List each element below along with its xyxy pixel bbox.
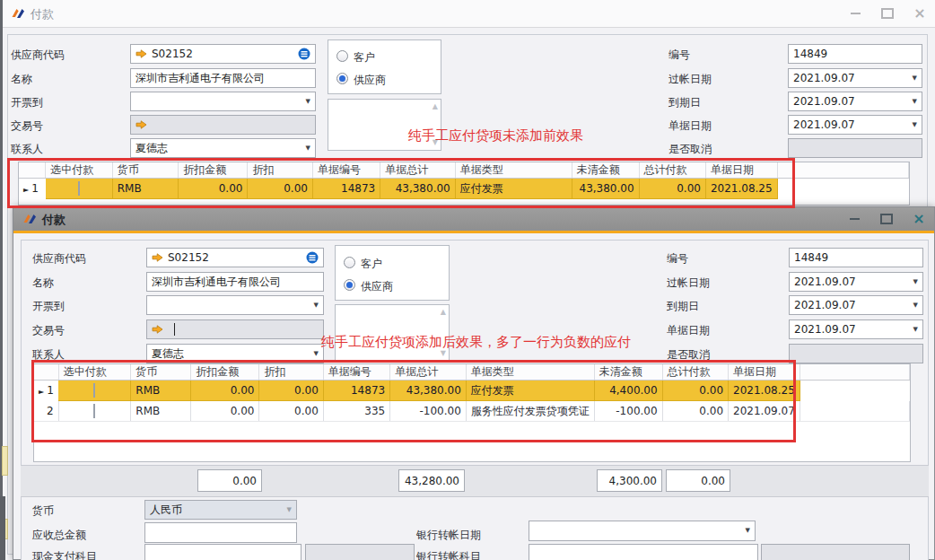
front-window-title: 付款: [42, 212, 66, 228]
totals-strip: [21, 465, 929, 497]
field-label: 编号: [668, 48, 690, 63]
customer-radio[interactable]: [336, 50, 348, 62]
supplier-code-field[interactable]: S02152: [146, 248, 324, 267]
supplier-code-field[interactable]: S02152: [130, 44, 316, 64]
supplier-radio[interactable]: [336, 73, 348, 84]
field-label: 过帐日期: [668, 72, 712, 87]
receivable-total-input[interactable]: [144, 522, 297, 543]
chevron-down-icon: ▼: [913, 99, 917, 105]
due-date-combo[interactable]: 2021.09.07 ▼: [789, 295, 923, 315]
cancelled-field: [788, 138, 922, 158]
total-discount-amount: 0.00: [197, 469, 262, 492]
supplier-name-field[interactable]: 深圳市吉利通电子有限公司: [130, 68, 316, 88]
currency-value: 人民币: [150, 503, 182, 518]
field-label: 供应商代码: [32, 251, 86, 267]
field-label: 是否取消: [668, 142, 712, 157]
front-titlebar: 付款 ×: [13, 207, 934, 231]
minimize-button[interactable]: [844, 210, 864, 228]
maximize-button[interactable]: [878, 4, 897, 22]
document-date-combo[interactable]: 2021.09.07 ▼: [788, 115, 922, 135]
active-accent-line: [13, 231, 934, 233]
document-date-combo[interactable]: 2021.09.07 ▼: [789, 319, 923, 339]
pay-checkbox[interactable]: [78, 181, 80, 196]
document-date-value: 2021.09.07: [794, 323, 856, 336]
due-date-combo[interactable]: 2021.09.07 ▼: [788, 92, 922, 111]
field-label: 是否取消: [667, 347, 710, 363]
doc-number-value: 14849: [793, 48, 827, 60]
contact-combo[interactable]: 夏德志 ▼: [146, 344, 324, 363]
field-label: 联系人: [32, 347, 65, 363]
close-button[interactable]: ×: [909, 210, 929, 228]
chevron-down-icon: ▼: [306, 145, 310, 152]
supplier-name-value: 深圳市吉利通电子有限公司: [135, 71, 265, 86]
supplier-name-value: 深圳市吉利通电子有限公司: [152, 275, 281, 290]
scroll-up-icon[interactable]: ▲: [433, 103, 438, 110]
link-arrow-icon[interactable]: [135, 49, 147, 58]
customer-radio-label: 客户: [354, 50, 375, 66]
field-label: 单据日期: [668, 118, 712, 134]
supplier-name-field[interactable]: 深圳市吉利通电子有限公司: [146, 272, 324, 292]
chevron-down-icon: ▼: [913, 327, 918, 333]
posting-date-combo[interactable]: 2021.09.07 ▼: [789, 272, 923, 292]
field-label: 到期日: [667, 299, 699, 314]
link-arrow-icon[interactable]: [135, 120, 147, 129]
row-number: 1: [31, 182, 39, 195]
posting-date-combo[interactable]: 2021.09.07 ▼: [788, 68, 922, 88]
table-row[interactable]: 2 RMB 0.00 0.00 335 -100.00 服务性应付发票贷项凭证 …: [34, 401, 910, 422]
supplier-radio-label: 供应商: [354, 73, 386, 88]
chevron-down-icon: ▼: [287, 507, 292, 513]
choose-from-list-icon[interactable]: [306, 251, 319, 264]
pay-checkbox[interactable]: [93, 383, 95, 398]
bank-transfer-date-combo[interactable]: ▼: [529, 521, 756, 541]
scroll-up-icon[interactable]: ▲: [441, 309, 446, 316]
annotation-before: 纯手工应付贷项未添加前效果: [408, 127, 583, 144]
bill-to-combo[interactable]: ▼: [146, 295, 324, 315]
maximize-button[interactable]: [877, 210, 896, 228]
field-label: 编号: [667, 251, 688, 267]
link-arrow-icon[interactable]: [152, 325, 163, 334]
party-radio-group: 客户 供应商: [335, 245, 450, 301]
field-label: 供应商代码: [11, 48, 65, 63]
contact-combo[interactable]: 夏德志 ▼: [130, 138, 316, 158]
total-payment: 0.00: [666, 469, 730, 492]
document-date-value: 2021.09.07: [793, 118, 855, 131]
posting-date-value: 2021.09.07: [794, 276, 856, 288]
payment-window-front: 付款 × 供应商代码 S02152 名称 深圳市吉利通电子有限公司 开票到 ▼ …: [13, 206, 935, 560]
bank-transfer-account-input[interactable]: [529, 544, 758, 560]
chevron-down-icon: ▼: [913, 75, 917, 82]
pay-checkbox[interactable]: [93, 404, 95, 418]
field-label: 交易号: [11, 118, 43, 134]
link-arrow-icon[interactable]: [152, 253, 163, 262]
cash-account-input[interactable]: [144, 544, 301, 560]
chevron-down-icon: ▼: [913, 122, 917, 128]
bank-transfer-account-name-field: [761, 544, 910, 560]
doc-number-field[interactable]: 14849: [789, 248, 923, 267]
close-button[interactable]: ×: [910, 4, 930, 22]
hidden-field-sliver: [2, 446, 8, 476]
field-label: 联系人: [11, 142, 43, 157]
choose-from-list-icon[interactable]: [298, 48, 310, 60]
supplier-code-value: S02152: [152, 48, 193, 60]
doc-number-field[interactable]: 14849: [788, 44, 922, 64]
posting-date-value: 2021.09.07: [793, 72, 855, 84]
app-icon: [11, 6, 26, 21]
bill-to-combo[interactable]: ▼: [130, 92, 316, 111]
annotation-after: 纯手工应付贷项添加后效果，多了一行为负数的应付: [321, 334, 631, 351]
cancelled-field: [789, 344, 923, 363]
cash-account-label: 现金支付科目: [32, 549, 97, 560]
minimize-button[interactable]: [845, 4, 865, 22]
party-radio-group: 客户 供应商: [328, 39, 441, 94]
bank-transfer-date-label: 银行转帐日期: [416, 528, 481, 543]
supplier-code-value: S02152: [168, 251, 209, 264]
table-row[interactable]: ►1 RMB 0.00 0.00 14873 43,380.00 应付发票 4,…: [34, 381, 910, 401]
chevron-down-icon: ▼: [746, 528, 750, 534]
customer-radio[interactable]: [344, 257, 355, 268]
contact-value: 夏德志: [152, 346, 184, 362]
field-label: 开票到: [32, 299, 65, 314]
front-invoice-table: 选中付款 货币 折扣金额 折扣 单据编号 单据总计 单据类型 未清金额 总计付款…: [33, 363, 911, 462]
address-list-box[interactable]: ▲ ▼: [335, 304, 450, 362]
scroll-down-icon[interactable]: ▼: [441, 350, 446, 357]
supplier-radio[interactable]: [344, 279, 355, 291]
table-row[interactable]: ►1 RMB 0.00 0.00 14873 43,380.00 应付发票 43…: [19, 179, 909, 199]
transaction-no-field[interactable]: [146, 319, 324, 339]
